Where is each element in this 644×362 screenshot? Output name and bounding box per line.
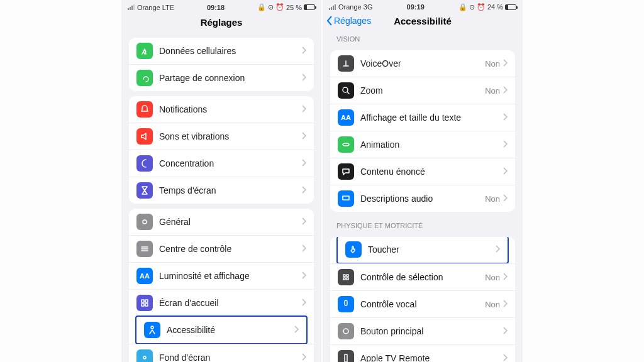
carrier-label: Orange (338, 3, 362, 11)
row-label: Partage de connexion (159, 73, 301, 83)
section-header: VISION (323, 30, 523, 45)
row-label: Apple TV Remote (360, 353, 502, 362)
row-label: Concentration (159, 158, 301, 168)
row-value: Non (485, 194, 500, 204)
sliders-icon (136, 241, 153, 257)
bubble-icon (338, 163, 354, 180)
chevron-right-icon (502, 193, 508, 204)
antenna-icon (136, 43, 153, 59)
row-focus[interactable]: Concentration (129, 150, 314, 177)
row-label: Centre de contrôle (159, 244, 301, 254)
hourglass-icon (136, 182, 153, 199)
row-label: VoiceOver (360, 58, 485, 69)
clock: 09:19 (372, 3, 458, 11)
aa-icon: AA (338, 109, 354, 126)
mic-icon (338, 296, 354, 312)
row-label: Général (159, 217, 301, 227)
settings-group: GénéralCentre de contrôleAALuminosité et… (129, 209, 314, 362)
chevron-right-icon (502, 139, 508, 150)
link-icon (136, 70, 153, 86)
clock: 09:18 (174, 4, 257, 11)
row-zoom[interactable]: ZoomNon (330, 77, 515, 104)
row-controlcenter[interactable]: Centre de contrôle (129, 235, 314, 262)
signal-icon (329, 4, 336, 10)
row-value: Non (485, 300, 500, 309)
row-accessibility[interactable]: Accessibilité (135, 315, 308, 344)
row-screentime[interactable]: Temps d'écran (129, 177, 314, 204)
chevron-right-icon (495, 244, 500, 255)
chevron-right-icon (301, 216, 306, 228)
row-label: Fond d'écran (159, 353, 301, 362)
row-label: Sons et vibrations (159, 131, 301, 141)
chevron-right-icon (301, 243, 306, 255)
row-label: Affichage et taille du texte (360, 112, 502, 123)
left-screenshot: Orange LTE 09:18 🔒 ⊙ ⏰ 25 % Réglages Don… (121, 0, 322, 362)
row-hotspot[interactable]: Partage de connexion (129, 64, 314, 91)
row-wallpaper[interactable]: Fond d'écran (129, 344, 314, 362)
row-label: Contrôle de sélection (360, 272, 485, 282)
row-general[interactable]: Général (129, 209, 314, 235)
chevron-right-icon (301, 158, 306, 169)
remote-icon (338, 350, 354, 362)
row-label: Temps d'écran (159, 185, 301, 195)
row-voiceover[interactable]: VoiceOverNon (330, 50, 515, 77)
circle-icon (338, 323, 354, 339)
chevron-right-icon (294, 324, 299, 336)
alarm-icon: ⊙ (469, 3, 475, 11)
zoom-icon (338, 82, 354, 99)
row-label: Données cellulaires (159, 46, 301, 56)
settings-list[interactable]: Données cellulairesPartage de connexionN… (121, 33, 321, 362)
chevron-right-icon (502, 85, 508, 96)
chevron-right-icon (301, 72, 306, 84)
row-animation[interactable]: Animation (330, 131, 515, 158)
settings-group: Données cellulairesPartage de connexion (129, 38, 314, 91)
alarm-icon: ⊙ (268, 3, 274, 11)
chevron-right-icon (502, 112, 508, 123)
row-label: Toucher (368, 244, 495, 255)
signal-icon (128, 4, 135, 10)
nav-bar: Réglages (121, 12, 321, 33)
back-button[interactable]: Réglages (326, 16, 371, 26)
page-title: Accessibilité (394, 16, 452, 26)
chevron-right-icon (301, 270, 306, 282)
row-label: Bouton principal (360, 326, 502, 336)
row-sounds[interactable]: Sons et vibrations (129, 123, 314, 150)
row-homescreen[interactable]: Écran d'accueil (129, 289, 314, 316)
battery-pct: 24 % (487, 3, 503, 11)
hand-icon (345, 241, 362, 258)
row-switchcontrol[interactable]: Contrôle de sélectionNon (330, 263, 515, 290)
row-homebutton[interactable]: Bouton principal (330, 317, 515, 344)
chevron-right-icon (502, 326, 508, 337)
orbit-icon (338, 136, 354, 153)
row-notifications[interactable]: Notifications (129, 96, 314, 123)
row-appletvremote[interactable]: Apple TV Remote (330, 344, 515, 362)
settings-group: NotificationsSons et vibrationsConcentra… (129, 96, 314, 204)
row-textsize[interactable]: AAAffichage et taille du texte (330, 104, 515, 131)
flower-icon (136, 349, 153, 362)
chevron-right-icon (502, 299, 508, 310)
row-spoken[interactable]: Contenu énoncé (330, 158, 515, 185)
row-label: Contenu énoncé (360, 167, 502, 177)
moon-icon (136, 155, 153, 172)
row-label: Accessibilité (167, 325, 294, 335)
row-label: Descriptions audio (360, 194, 485, 204)
bell-icon (136, 101, 153, 118)
row-label: Animation (360, 140, 502, 150)
accessibility-list[interactable]: VISIONVoiceOverNonZoomNonAAAffichage et … (323, 30, 523, 362)
lock-icon: 🔒 (257, 3, 266, 11)
status-bar: Orange LTE 09:18 🔒 ⊙ ⏰ 25 % (121, 0, 321, 12)
chevron-right-icon (301, 104, 306, 115)
aa-icon: AA (136, 268, 153, 284)
status-bar: Orange 3G 09:19 🔒 ⊙ ⏰ 24 % (323, 0, 523, 11)
chevron-right-icon (502, 166, 508, 177)
row-voicecontrol[interactable]: Contrôle vocalNon (330, 290, 515, 317)
row-touch[interactable]: Toucher (336, 237, 509, 264)
battery-icon (505, 4, 516, 10)
row-audiodesc[interactable]: Descriptions audioNon (330, 185, 515, 212)
figure-icon (144, 322, 160, 338)
row-cellular[interactable]: Données cellulaires (129, 38, 314, 64)
chevron-right-icon (301, 297, 306, 309)
chevron-right-icon (301, 131, 306, 142)
row-display[interactable]: AALuminosité et affichage (129, 262, 314, 289)
chevron-right-icon (502, 58, 508, 69)
